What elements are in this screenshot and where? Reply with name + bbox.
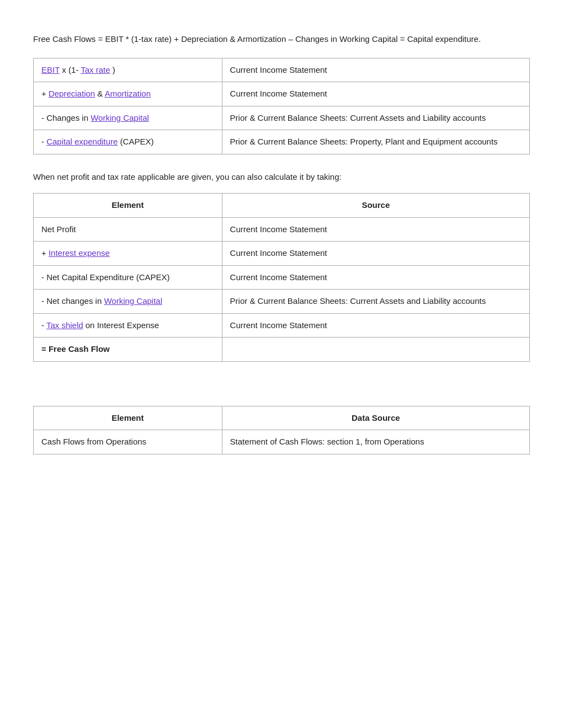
table-row: - Capital expenditure (CAPEX) Prior & Cu… <box>34 130 530 154</box>
element-header2: Element <box>34 406 222 430</box>
table-cell-right: Prior & Current Balance Sheets: Property… <box>222 130 529 154</box>
table-cell-fcf: = Free Cash Flow <box>34 338 222 362</box>
table-cell-left: - Tax shield on Interest Expense <box>34 313 222 338</box>
plus-prefix: + <box>41 248 49 258</box>
section2-paragraph: When net profit and tax rate applicable … <box>33 171 530 184</box>
table-header-row: Element Source <box>34 194 530 218</box>
table-cell-left: - Net changes in Working Capital <box>34 290 222 314</box>
table-cell-left: EBIT x (1- Tax rate ) <box>34 58 222 82</box>
table-cell-right: Prior & Current Balance Sheets: Current … <box>222 290 529 314</box>
formula-suffix: ) <box>113 65 115 74</box>
table-cell-left: + Depreciation & Amortization <box>34 82 222 106</box>
table-cell-right: Current Income Statement <box>222 265 529 290</box>
table-cell-left: Net Profit <box>34 217 222 242</box>
table-row: - Net changes in Working Capital Prior &… <box>34 290 530 314</box>
spacer <box>33 378 530 406</box>
capital-expenditure-link[interactable]: Capital expenditure <box>46 137 118 146</box>
ebit-link[interactable]: EBIT <box>41 65 60 74</box>
depreciation-link[interactable]: Depreciation <box>49 89 95 98</box>
minus-prefix: - Changes in <box>41 113 91 122</box>
source-header: Source <box>222 194 529 218</box>
table-row-fcf: = Free Cash Flow <box>34 338 530 362</box>
working-capital-link[interactable]: Working Capital <box>91 113 149 122</box>
table-cell-right: Current Income Statement <box>222 217 529 242</box>
formula-text: x (1- <box>62 65 78 74</box>
data-source-header: Data Source <box>222 406 529 430</box>
tax-rate-link[interactable]: Tax rate <box>81 65 110 74</box>
element-header: Element <box>34 194 222 218</box>
table-cell-left: - Net Capital Expenditure (CAPEX) <box>34 265 222 290</box>
interest-suffix: on Interest Expense <box>86 320 159 330</box>
table-cell-empty <box>222 338 529 362</box>
ampersand-text: & <box>97 89 104 98</box>
table-row: + Interest expense Current Income Statem… <box>34 242 530 266</box>
interest-expense-link[interactable]: Interest expense <box>49 248 110 258</box>
table-row: Net Profit Current Income Statement <box>34 217 530 242</box>
table-cell-left: - Changes in Working Capital <box>34 106 222 130</box>
table-cell-right: Statement of Cash Flows: section 1, from… <box>222 430 529 454</box>
minus-prefix: - <box>41 320 46 330</box>
table-cell-left: + Interest expense <box>34 242 222 266</box>
table-cell-left: Cash Flows from Operations <box>34 430 222 454</box>
plus-prefix: + <box>41 89 49 98</box>
amortization-link[interactable]: Amortization <box>105 89 151 98</box>
net-profit-table: Element Source Net Profit Current Income… <box>33 193 530 362</box>
table-cell-right: Prior & Current Balance Sheets: Current … <box>222 106 529 130</box>
capex-suffix: (CAPEX) <box>120 137 154 146</box>
table-row: Cash Flows from Operations Statement of … <box>34 430 530 454</box>
table-cell-right: Current Income Statement <box>222 242 529 266</box>
table-cell-left: - Capital expenditure (CAPEX) <box>34 130 222 154</box>
minus-prefix: - Net changes in <box>41 296 104 306</box>
table-row: - Net Capital Expenditure (CAPEX) Curren… <box>34 265 530 290</box>
table-row: - Changes in Working Capital Prior & Cur… <box>34 106 530 130</box>
table-cell-right: Current Income Statement <box>222 82 529 106</box>
ebit-formula-table: EBIT x (1- Tax rate ) Current Income Sta… <box>33 58 530 154</box>
table-cell-right: Current Income Statement <box>222 58 529 82</box>
intro-paragraph: Free Cash Flows = EBIT * (1-tax rate) + … <box>33 33 530 46</box>
tax-shield-link[interactable]: Tax shield <box>46 320 83 330</box>
table-row: + Depreciation & Amortization Current In… <box>34 82 530 106</box>
working-capital-link2[interactable]: Working Capital <box>104 296 162 306</box>
table-row: - Tax shield on Interest Expense Current… <box>34 313 530 338</box>
table-header-row: Element Data Source <box>34 406 530 430</box>
table-row: EBIT x (1- Tax rate ) Current Income Sta… <box>34 58 530 82</box>
minus-capex-prefix: - <box>41 137 46 146</box>
table-cell-right: Current Income Statement <box>222 313 529 338</box>
cash-flows-table: Element Data Source Cash Flows from Oper… <box>33 406 530 454</box>
